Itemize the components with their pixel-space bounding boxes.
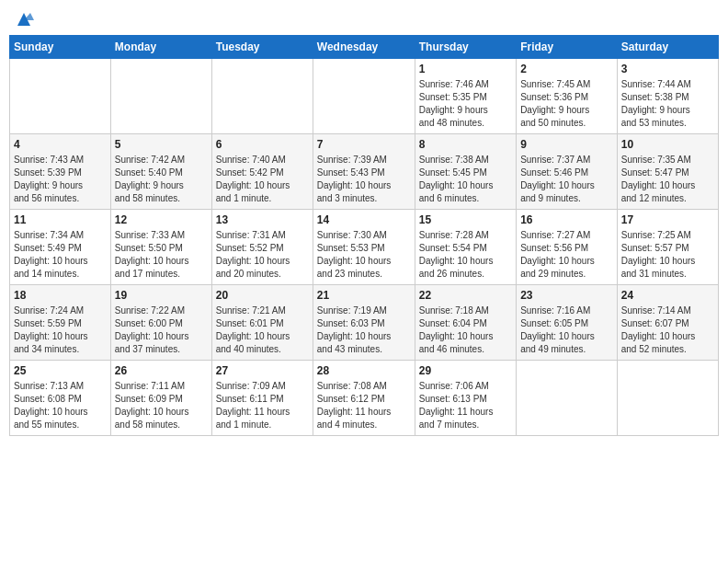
day-cell: 2Sunrise: 7:45 AM Sunset: 5:36 PM Daylig… [517,59,618,134]
day-info: Sunrise: 7:28 AM Sunset: 5:54 PM Dayligh… [419,229,512,281]
day-cell: 1Sunrise: 7:46 AM Sunset: 5:35 PM Daylig… [415,59,516,134]
weekday-header-sunday: Sunday [10,36,111,59]
day-number: 8 [419,138,512,151]
day-cell: 29Sunrise: 7:06 AM Sunset: 6:13 PM Dayli… [415,361,516,436]
day-cell: 4Sunrise: 7:43 AM Sunset: 5:39 PM Daylig… [10,134,111,210]
day-info: Sunrise: 7:44 AM Sunset: 5:38 PM Dayligh… [621,78,714,130]
day-cell: 9Sunrise: 7:37 AM Sunset: 5:46 PM Daylig… [517,134,618,210]
day-info: Sunrise: 7:38 AM Sunset: 5:45 PM Dayligh… [419,154,512,205]
week-row-1: 1Sunrise: 7:46 AM Sunset: 5:35 PM Daylig… [10,59,719,134]
day-info: Sunrise: 7:37 AM Sunset: 5:46 PM Dayligh… [520,154,613,205]
day-cell: 28Sunrise: 7:08 AM Sunset: 6:12 PM Dayli… [313,361,415,436]
day-info: Sunrise: 7:27 AM Sunset: 5:56 PM Dayligh… [520,229,613,281]
day-info: Sunrise: 7:45 AM Sunset: 5:36 PM Dayligh… [520,78,613,130]
day-cell [211,59,313,134]
weekday-header-friday: Friday [517,36,618,59]
day-info: Sunrise: 7:09 AM Sunset: 6:11 PM Dayligh… [216,380,309,431]
day-cell [617,361,718,436]
day-number: 2 [520,63,613,75]
day-info: Sunrise: 7:06 AM Sunset: 6:13 PM Dayligh… [419,380,512,431]
day-info: Sunrise: 7:43 AM Sunset: 5:39 PM Dayligh… [14,154,107,205]
day-number: 11 [14,213,107,226]
day-cell: 18Sunrise: 7:24 AM Sunset: 5:59 PM Dayli… [10,285,111,361]
week-row-5: 25Sunrise: 7:13 AM Sunset: 6:08 PM Dayli… [10,361,719,436]
day-cell: 19Sunrise: 7:22 AM Sunset: 6:00 PM Dayli… [110,285,211,361]
day-info: Sunrise: 7:24 AM Sunset: 5:59 PM Dayligh… [14,304,107,356]
day-info: Sunrise: 7:22 AM Sunset: 6:00 PM Dayligh… [115,304,208,356]
day-info: Sunrise: 7:16 AM Sunset: 6:05 PM Dayligh… [520,304,613,356]
day-info: Sunrise: 7:33 AM Sunset: 5:50 PM Dayligh… [115,229,208,281]
day-number: 17 [621,213,714,226]
day-info: Sunrise: 7:31 AM Sunset: 5:52 PM Dayligh… [216,229,309,281]
calendar: SundayMondayTuesdayWednesdayThursdayFrid… [9,35,719,436]
day-info: Sunrise: 7:30 AM Sunset: 5:53 PM Dayligh… [317,229,411,281]
logo-icon [14,9,34,29]
day-cell: 7Sunrise: 7:39 AM Sunset: 5:43 PM Daylig… [313,134,415,210]
day-info: Sunrise: 7:14 AM Sunset: 6:07 PM Dayligh… [621,304,714,356]
day-number: 7 [317,138,411,151]
day-info: Sunrise: 7:42 AM Sunset: 5:40 PM Dayligh… [115,154,208,205]
day-number: 4 [14,138,107,151]
day-number: 29 [419,364,512,377]
day-cell [110,59,211,134]
day-number: 24 [621,289,714,302]
day-cell: 11Sunrise: 7:34 AM Sunset: 5:49 PM Dayli… [10,210,111,285]
day-cell: 8Sunrise: 7:38 AM Sunset: 5:45 PM Daylig… [415,134,516,210]
day-number: 12 [115,213,208,226]
day-cell [313,59,415,134]
day-number: 3 [621,63,714,75]
week-row-4: 18Sunrise: 7:24 AM Sunset: 5:59 PM Dayli… [10,285,719,361]
day-number: 18 [14,289,107,302]
day-number: 28 [317,364,411,377]
day-cell: 14Sunrise: 7:30 AM Sunset: 5:53 PM Dayli… [313,210,415,285]
weekday-header-saturday: Saturday [617,36,718,59]
day-cell [517,361,618,436]
day-info: Sunrise: 7:13 AM Sunset: 6:08 PM Dayligh… [14,380,107,431]
day-info: Sunrise: 7:11 AM Sunset: 6:09 PM Dayligh… [115,380,208,431]
logo [13,9,34,28]
page-header [9,9,719,28]
day-number: 5 [115,138,208,151]
day-info: Sunrise: 7:35 AM Sunset: 5:47 PM Dayligh… [621,154,714,205]
day-info: Sunrise: 7:08 AM Sunset: 6:12 PM Dayligh… [317,380,411,431]
day-cell: 10Sunrise: 7:35 AM Sunset: 5:47 PM Dayli… [617,134,718,210]
day-cell: 3Sunrise: 7:44 AM Sunset: 5:38 PM Daylig… [617,59,718,134]
day-number: 19 [115,289,208,302]
day-number: 13 [216,213,309,226]
day-cell: 15Sunrise: 7:28 AM Sunset: 5:54 PM Dayli… [415,210,516,285]
weekday-header-thursday: Thursday [415,36,516,59]
week-row-3: 11Sunrise: 7:34 AM Sunset: 5:49 PM Dayli… [10,210,719,285]
day-info: Sunrise: 7:39 AM Sunset: 5:43 PM Dayligh… [317,154,411,205]
day-cell: 17Sunrise: 7:25 AM Sunset: 5:57 PM Dayli… [617,210,718,285]
week-row-2: 4Sunrise: 7:43 AM Sunset: 5:39 PM Daylig… [10,134,719,210]
day-cell: 12Sunrise: 7:33 AM Sunset: 5:50 PM Dayli… [110,210,211,285]
day-cell: 16Sunrise: 7:27 AM Sunset: 5:56 PM Dayli… [517,210,618,285]
weekday-row: SundayMondayTuesdayWednesdayThursdayFrid… [10,36,719,59]
day-cell: 25Sunrise: 7:13 AM Sunset: 6:08 PM Dayli… [10,361,111,436]
day-cell: 5Sunrise: 7:42 AM Sunset: 5:40 PM Daylig… [110,134,211,210]
day-cell: 13Sunrise: 7:31 AM Sunset: 5:52 PM Dayli… [211,210,313,285]
day-number: 21 [317,289,411,302]
day-number: 23 [520,289,613,302]
weekday-header-tuesday: Tuesday [211,36,313,59]
day-number: 10 [621,138,714,151]
day-info: Sunrise: 7:40 AM Sunset: 5:42 PM Dayligh… [216,154,309,205]
day-number: 1 [419,63,512,75]
day-info: Sunrise: 7:34 AM Sunset: 5:49 PM Dayligh… [14,229,107,281]
day-number: 20 [216,289,309,302]
day-number: 25 [14,364,107,377]
day-info: Sunrise: 7:21 AM Sunset: 6:01 PM Dayligh… [216,304,309,356]
day-info: Sunrise: 7:46 AM Sunset: 5:35 PM Dayligh… [419,78,512,130]
day-cell: 27Sunrise: 7:09 AM Sunset: 6:11 PM Dayli… [211,361,313,436]
day-info: Sunrise: 7:19 AM Sunset: 6:03 PM Dayligh… [317,304,411,356]
day-cell: 24Sunrise: 7:14 AM Sunset: 6:07 PM Dayli… [617,285,718,361]
day-info: Sunrise: 7:25 AM Sunset: 5:57 PM Dayligh… [621,229,714,281]
day-number: 16 [520,213,613,226]
day-cell [10,59,111,134]
day-number: 15 [419,213,512,226]
day-number: 14 [317,213,411,226]
day-cell: 22Sunrise: 7:18 AM Sunset: 6:04 PM Dayli… [415,285,516,361]
day-cell: 21Sunrise: 7:19 AM Sunset: 6:03 PM Dayli… [313,285,415,361]
weekday-header-monday: Monday [110,36,211,59]
weekday-header-wednesday: Wednesday [313,36,415,59]
